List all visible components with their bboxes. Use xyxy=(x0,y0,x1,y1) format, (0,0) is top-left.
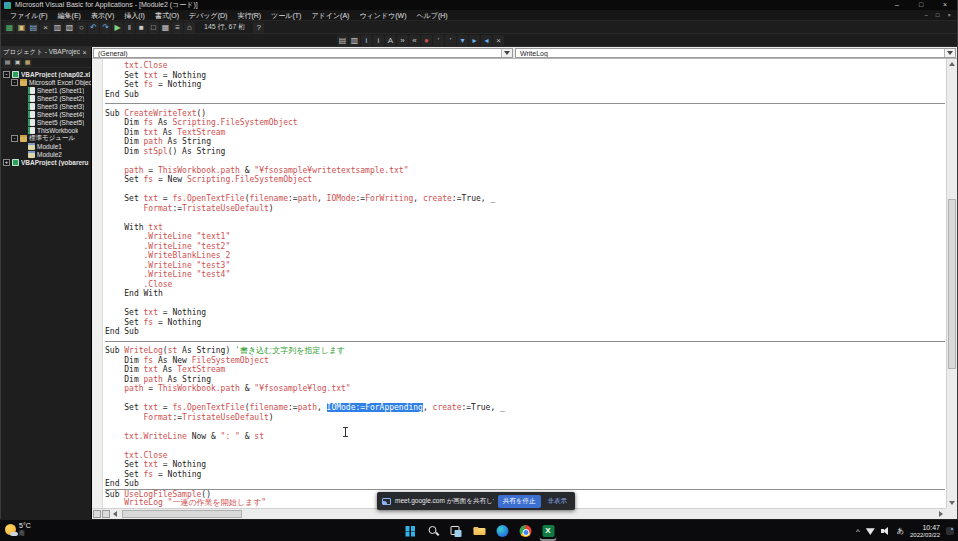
run-icon[interactable]: ▶ xyxy=(112,22,123,33)
close-button[interactable]: × xyxy=(933,0,957,10)
taskbar-folder-icon[interactable] xyxy=(471,521,488,541)
previous-bookmark-icon[interactable]: ◂ xyxy=(481,35,492,46)
vertical-scroll-thumb[interactable] xyxy=(948,199,956,369)
procedure-dropdown-arrow-icon[interactable] xyxy=(944,49,955,57)
taskbar-taskview-icon[interactable] xyxy=(448,521,465,541)
menu-addins[interactable]: アドイン(A) xyxy=(306,10,354,21)
menu-edit[interactable]: 編集(E) xyxy=(53,10,86,21)
menu-view[interactable]: 表示(V) xyxy=(86,10,119,21)
redo-icon[interactable]: ↷ xyxy=(100,22,111,33)
outdent-icon[interactable]: « xyxy=(409,35,420,46)
view-code-icon[interactable]: ▤ xyxy=(3,58,12,67)
taskbar-chrome-icon[interactable] xyxy=(517,521,534,541)
expand-box-icon[interactable]: + xyxy=(3,159,10,166)
object-browser-icon[interactable]: ⌂ xyxy=(184,22,195,33)
scroll-up-arrow-icon[interactable] xyxy=(949,62,955,66)
code-line: .WriteLine "test4" xyxy=(105,270,945,280)
menu-tools[interactable]: ツール(T) xyxy=(266,10,306,21)
find-icon[interactable]: ○ xyxy=(76,22,87,33)
tree-item-module2[interactable]: Module2 xyxy=(1,150,91,158)
vertical-scrollbar[interactable] xyxy=(946,59,957,508)
save-icon[interactable]: ▤ xyxy=(28,22,39,33)
toggle-folders-icon[interactable]: ▦ xyxy=(23,58,32,67)
collapse-box-icon[interactable]: - xyxy=(11,79,18,86)
procedure-dropdown[interactable]: WriteLog xyxy=(515,48,956,58)
list-constants-icon[interactable]: ▥ xyxy=(349,35,360,46)
minimize-button[interactable]: – xyxy=(885,0,909,10)
view-excel-icon[interactable]: ▦ xyxy=(4,22,15,33)
hide-banner-button[interactable]: 非表示 xyxy=(545,495,571,508)
menu-debug[interactable]: デバッグ(D) xyxy=(184,10,232,21)
project-explorer-icon[interactable]: ▦ xyxy=(160,22,171,33)
tree-item-module1[interactable]: Module1 xyxy=(1,142,91,150)
procedure-view-button[interactable] xyxy=(93,510,101,518)
toggle-breakpoint-icon[interactable]: ● xyxy=(421,35,432,46)
scroll-left-arrow-icon[interactable] xyxy=(113,511,117,517)
tree-item-sheet1[interactable]: Sheet1 (Sheet1) xyxy=(1,86,91,94)
weather-widget[interactable]: 5°C 雨 xyxy=(5,522,31,537)
ime-indicator[interactable]: あ xyxy=(897,526,904,536)
project-explorer-close-icon[interactable]: × xyxy=(80,49,89,56)
scroll-right-arrow-icon[interactable] xyxy=(939,511,943,517)
tree-item-thisworkbook[interactable]: ThisWorkbook xyxy=(1,126,91,134)
parameter-info-icon[interactable]: i xyxy=(373,35,384,46)
code-text: txt.Close Set txt = Nothing Set fs = Not… xyxy=(105,61,945,508)
undo-icon[interactable]: ↶ xyxy=(88,22,99,33)
toggle-bookmark-icon[interactable]: ▾ xyxy=(457,35,468,46)
taskbar-start-icon[interactable] xyxy=(402,521,419,541)
menu-format[interactable]: 書式(O) xyxy=(150,10,184,21)
scroll-down-arrow-icon[interactable] xyxy=(949,501,955,505)
tree-item-sheet2[interactable]: Sheet2 (Sheet2) xyxy=(1,94,91,102)
object-dropdown[interactable]: (General) xyxy=(93,48,513,58)
break-icon[interactable]: ‖ xyxy=(124,22,135,33)
tree-item-sheet3[interactable]: Sheet3 (Sheet3) xyxy=(1,102,91,110)
maximize-button[interactable]: □ xyxy=(909,0,933,10)
taskbar-search-icon[interactable] xyxy=(425,521,442,541)
notification-center-icon[interactable] xyxy=(946,527,954,535)
design-mode-icon[interactable]: □ xyxy=(148,22,159,33)
collapse-box-icon[interactable]: - xyxy=(3,71,10,78)
code-editor[interactable]: txt.Close Set txt = Nothing Set fs = Not… xyxy=(92,59,957,519)
tree-item-project-yobareru[interactable]: +VBAProject (yobareru xyxy=(1,158,91,166)
menu-insert[interactable]: 挿入(I) xyxy=(119,10,150,21)
cut-icon[interactable]: × xyxy=(40,22,51,33)
taskbar-excel-icon[interactable] xyxy=(540,521,557,541)
quick-info-icon[interactable]: i xyxy=(361,35,372,46)
help-icon[interactable]: ? xyxy=(253,22,264,33)
menu-help[interactable]: ヘルプ(H) xyxy=(411,10,452,21)
wifi-icon[interactable] xyxy=(866,527,875,535)
tree-item-sheet4[interactable]: Sheet4 (Sheet4) xyxy=(1,110,91,118)
child-minimize-button[interactable]: – xyxy=(925,10,928,20)
clear-bookmarks-icon[interactable]: × xyxy=(493,35,504,46)
menu-window[interactable]: ウィンドウ(W) xyxy=(354,10,411,21)
uncomment-block-icon[interactable]: ' xyxy=(445,35,456,46)
tree-item-excel-objects-folder[interactable]: -Microsoft Excel Object xyxy=(1,78,91,86)
copy-icon[interactable]: ▥ xyxy=(52,22,63,33)
next-bookmark-icon[interactable]: ▸ xyxy=(469,35,480,46)
taskbar-edge-icon[interactable] xyxy=(494,521,511,541)
menu-run[interactable]: 実行(R) xyxy=(232,10,266,21)
reset-icon[interactable]: ■ xyxy=(136,22,147,33)
paste-icon[interactable]: ▧ xyxy=(64,22,75,33)
horizontal-scroll-thumb[interactable] xyxy=(122,510,242,518)
full-module-view-button[interactable] xyxy=(102,510,110,518)
child-restore-button[interactable]: □ xyxy=(936,10,940,20)
view-object-icon[interactable]: ▣ xyxy=(13,58,22,67)
list-properties-icon[interactable]: ▤ xyxy=(337,35,348,46)
stop-sharing-button[interactable]: 共有を停止 xyxy=(498,495,541,508)
comment-block-icon[interactable]: ' xyxy=(433,35,444,46)
collapse-box-icon[interactable]: - xyxy=(11,135,18,142)
taskbar-clock[interactable]: 10:47 2022/03/22 xyxy=(910,524,940,539)
tree-item-sheet5[interactable]: Sheet5 (Sheet5) xyxy=(1,118,91,126)
volume-icon[interactable] xyxy=(881,527,891,536)
indent-icon[interactable]: » xyxy=(397,35,408,46)
tray-overflow-chevron-icon[interactable]: ^ xyxy=(856,527,860,536)
tree-item-std-modules-folder[interactable]: -標準モジュール xyxy=(1,134,91,142)
tree-item-project-chap02[interactable]: -VBAProject (chap02.xl xyxy=(1,70,91,78)
object-dropdown-arrow-icon[interactable] xyxy=(501,49,512,57)
menu-file[interactable]: ファイル(F) xyxy=(5,10,53,21)
child-close-button[interactable]: × xyxy=(947,10,951,20)
properties-window-icon[interactable]: ≡ xyxy=(172,22,183,33)
complete-word-icon[interactable]: A xyxy=(385,35,396,46)
insert-userform-icon[interactable]: ▣ xyxy=(16,22,27,33)
